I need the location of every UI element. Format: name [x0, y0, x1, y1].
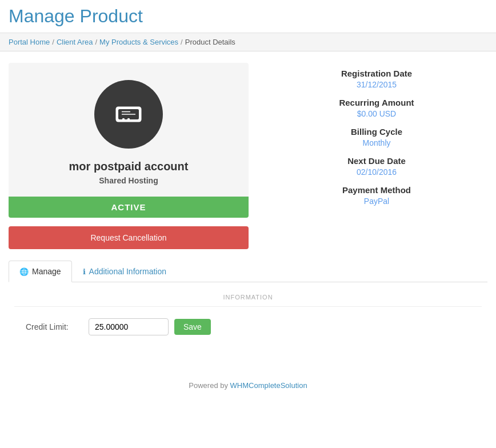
- left-panel: mor postpaid account Shared Hosting ACTI…: [9, 63, 249, 249]
- breadcrumb-separator-1: /: [52, 38, 54, 46]
- globe-icon: 🌐: [19, 267, 29, 276]
- credit-limit-label: Credit Limit:: [26, 322, 83, 331]
- billing-cycle-value: Monthly: [266, 138, 487, 147]
- credit-limit-input[interactable]: [89, 318, 169, 335]
- billing-cycle-label: Billing Cycle: [266, 127, 487, 137]
- payment-method-label: Payment Method: [266, 185, 487, 195]
- tab-manage-content: INFORMATION Credit Limit: Save: [9, 282, 487, 347]
- tab-manage[interactable]: 🌐 Manage: [9, 261, 72, 282]
- product-info-table: Registration Date 31/12/2015 Recurring A…: [266, 69, 487, 206]
- info-icon: ℹ: [83, 267, 86, 276]
- product-card: mor postpaid account Shared Hosting ACTI…: [9, 63, 249, 218]
- main-content: mor postpaid account Shared Hosting ACTI…: [0, 51, 496, 261]
- footer-link[interactable]: WHMCompleteSolution: [230, 381, 307, 390]
- next-due-date-value: 02/10/2016: [266, 167, 487, 177]
- tabs-section: 🌐 Manage ℹ Additional Information INFORM…: [0, 261, 496, 358]
- right-panel: Registration Date 31/12/2015 Recurring A…: [266, 63, 487, 206]
- status-bar: ACTIVE: [9, 197, 249, 218]
- breadcrumb-product-details: Product Details: [185, 38, 235, 46]
- breadcrumb-separator-2: /: [95, 38, 97, 46]
- save-button[interactable]: Save: [174, 319, 211, 335]
- registration-date-label: Registration Date: [266, 69, 487, 78]
- product-type: Shared Hosting: [20, 176, 237, 185]
- recurring-amount-value: $0.00 USD: [266, 109, 487, 118]
- breadcrumb: Portal Home / Client Area / My Products …: [0, 33, 496, 51]
- footer: Powered by WHMCompleteSolution: [0, 370, 496, 401]
- section-label: INFORMATION: [14, 294, 482, 307]
- next-due-date-label: Next Due Date: [266, 156, 487, 166]
- product-icon-circle: [94, 80, 163, 149]
- tab-additional-label: Additional Information: [89, 267, 166, 276]
- credit-limit-row: Credit Limit: Save: [14, 318, 482, 335]
- footer-text: Powered by: [189, 381, 230, 390]
- svg-point-3: [127, 118, 130, 121]
- request-cancellation-button[interactable]: Request Cancellation: [9, 226, 249, 249]
- tab-manage-label: Manage: [32, 267, 61, 276]
- registration-date-value: 31/12/2015: [266, 80, 487, 89]
- breadcrumb-my-products[interactable]: My Products & Services: [99, 38, 178, 46]
- breadcrumb-portal-home[interactable]: Portal Home: [9, 38, 50, 46]
- tab-additional-information[interactable]: ℹ Additional Information: [72, 261, 177, 282]
- page-title: Manage Product: [0, 0, 496, 33]
- payment-method-value: PayPal: [266, 197, 487, 206]
- breadcrumb-separator-3: /: [181, 38, 183, 46]
- recurring-amount-label: Recurring Amount: [266, 98, 487, 107]
- hdd-icon: [111, 97, 146, 131]
- breadcrumb-client-area[interactable]: Client Area: [57, 38, 93, 46]
- product-name: mor postpaid account: [20, 160, 237, 173]
- tabs: 🌐 Manage ℹ Additional Information: [9, 261, 487, 282]
- svg-point-2: [122, 118, 125, 121]
